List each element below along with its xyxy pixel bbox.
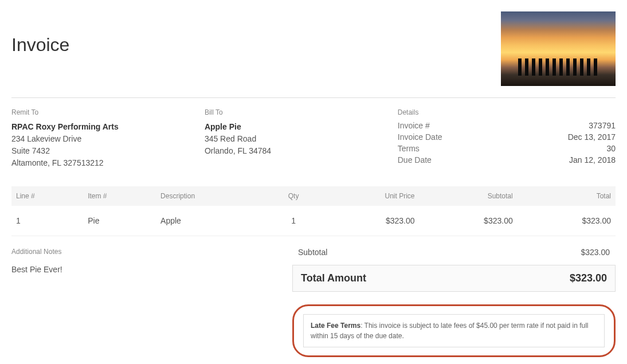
invoice-date-value: Dec 13, 2017	[460, 132, 616, 142]
subtotal-label: Subtotal	[298, 248, 327, 257]
bottom-row: Additional Notes Best Pie Ever! Subtotal…	[11, 248, 616, 357]
cell-unit: $323.00	[319, 206, 420, 236]
terms-value: 30	[460, 144, 616, 153]
remit-to-block: Remit To RPAC Roxy Performing Arts 234 L…	[11, 108, 193, 169]
remit-line2: Suite 7432	[11, 145, 193, 157]
total-label: Total Amount	[301, 272, 366, 284]
details-block: Details Invoice # 373791 Invoice Date De…	[398, 108, 616, 169]
cell-total: $323.00	[518, 206, 616, 236]
table-row: 1 Pie Apple 1 $323.00 $323.00 $323.00	[11, 206, 616, 236]
remit-to-label: Remit To	[11, 108, 193, 116]
header-row: Invoice	[11, 11, 616, 86]
notes-block: Additional Notes Best Pie Ever!	[11, 248, 275, 357]
subtotal-value: $323.00	[581, 248, 610, 257]
late-fee-label: Late Fee Terms	[311, 322, 360, 330]
bill-name: Apple Pie	[205, 121, 386, 133]
due-date-value: Jan 12, 2018	[460, 155, 616, 165]
line-items-table: Line # Item # Description Qty Unit Price…	[11, 186, 616, 236]
info-row: Remit To RPAC Roxy Performing Arts 234 L…	[11, 108, 616, 169]
col-total: Total	[518, 186, 616, 206]
remit-name: RPAC Roxy Performing Arts	[11, 121, 193, 133]
bill-to-block: Bill To Apple Pie 345 Red Road Orlando, …	[205, 108, 386, 169]
due-date-label: Due Date	[398, 155, 442, 165]
cell-qty: 1	[268, 206, 319, 236]
notes-body: Best Pie Ever!	[11, 265, 275, 274]
divider	[11, 97, 616, 98]
notes-label: Additional Notes	[11, 248, 275, 256]
col-subtotal: Subtotal	[419, 186, 517, 206]
page-title: Invoice	[11, 34, 69, 56]
cell-item: Pie	[83, 206, 156, 236]
late-fee-terms: Late Fee Terms: This invoice is subject …	[303, 314, 605, 347]
cell-subtotal: $323.00	[419, 206, 517, 236]
terms-label: Terms	[398, 144, 442, 153]
bill-to-label: Bill To	[205, 108, 386, 116]
bill-line2: Orlando, FL 34784	[205, 145, 386, 157]
col-unit: Unit Price	[319, 186, 420, 206]
totals-block: Subtotal $323.00 Total Amount $323.00 La…	[292, 248, 616, 357]
total-value: $323.00	[570, 272, 607, 284]
col-qty: Qty	[268, 186, 319, 206]
col-line: Line #	[11, 186, 83, 206]
invoice-num-label: Invoice #	[398, 121, 442, 130]
details-label: Details	[398, 108, 616, 116]
cell-line: 1	[11, 206, 83, 236]
invoice-date-label: Invoice Date	[398, 132, 442, 142]
late-fee-highlight: Late Fee Terms: This invoice is subject …	[292, 304, 616, 357]
col-desc: Description	[156, 186, 268, 206]
bill-line1: 345 Red Road	[205, 133, 386, 145]
invoice-num-value: 373791	[460, 121, 616, 130]
cell-desc: Apple	[156, 206, 268, 236]
remit-line1: 234 Lakeview Drive	[11, 133, 193, 145]
remit-line3: Altamonte, FL 327513212	[11, 157, 193, 169]
col-item: Item #	[83, 186, 156, 206]
brand-image	[501, 11, 616, 86]
